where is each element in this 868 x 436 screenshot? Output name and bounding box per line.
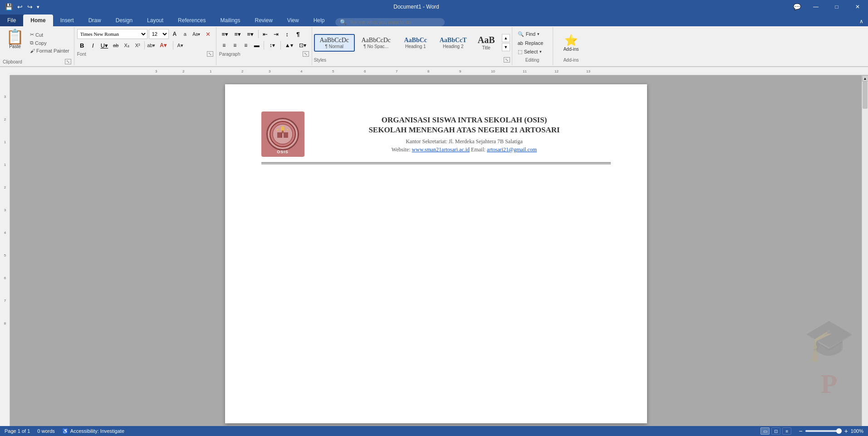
tab-design[interactable]: Design [108, 15, 140, 26]
sort-btn[interactable]: ↕ [282, 29, 292, 39]
zoom-in-btn[interactable]: + [844, 427, 848, 435]
zoom-out-btn[interactable]: − [799, 427, 802, 435]
style-title[interactable]: AaB Title [473, 33, 500, 53]
text-effects-btn[interactable]: A▾ [175, 40, 185, 50]
increase-indent-btn[interactable]: ⇥ [271, 29, 281, 39]
close-btn[interactable]: ✕ [847, 0, 868, 14]
style-heading1[interactable]: AaBbCc Heading 1 [397, 34, 434, 51]
superscript-btn[interactable]: X² [132, 40, 142, 50]
scrollbar-thumb[interactable] [863, 82, 868, 109]
align-left-btn[interactable]: ≡ [219, 40, 229, 50]
copy-button[interactable]: ⧉ Copy [28, 39, 71, 47]
style-normal[interactable]: AaBbCcDc ¶ Normal [314, 34, 355, 52]
style-heading2[interactable]: AaBbCcT Heading 2 [435, 34, 472, 51]
tab-review[interactable]: Review [248, 15, 280, 26]
tab-draw[interactable]: Draw [81, 15, 108, 26]
read-mode-btn[interactable]: ≡ [782, 427, 791, 435]
maximize-btn[interactable]: □ [826, 0, 847, 14]
tab-file[interactable]: File [0, 15, 23, 26]
tab-mailings[interactable]: Mailings [213, 15, 247, 26]
font-grow-btn[interactable]: A [170, 29, 179, 39]
numbering-btn[interactable]: ≡▾ [232, 29, 244, 39]
clear-formatting-btn[interactable]: ✕ [203, 29, 213, 39]
undo-qat-btn[interactable]: ↩ [16, 2, 24, 11]
svg-text:8: 8 [4, 321, 6, 325]
tab-references[interactable]: References [171, 15, 213, 26]
watermark: 🎓 P [804, 316, 854, 400]
text-highlight-btn[interactable]: ab▾ [147, 40, 158, 50]
redo-qat-btn[interactable]: ↪ [26, 2, 34, 11]
svg-text:3: 3 [4, 95, 6, 99]
strikethrough-btn[interactable]: ab [111, 40, 121, 50]
document-content[interactable] [261, 173, 611, 354]
styles-scroll-up-btn[interactable]: ▲ [502, 34, 510, 42]
chat-icon[interactable]: 💬 [789, 3, 805, 10]
view-buttons: ▭ ⊡ ≡ [760, 427, 791, 435]
line-spacing-btn[interactable]: ↕▾ [266, 40, 279, 50]
format-painter-button[interactable]: 🖌 Format Painter [28, 47, 71, 54]
svg-text:2: 2 [4, 185, 6, 189]
search-input[interactable] [349, 19, 440, 25]
tab-layout[interactable]: Layout [140, 15, 171, 26]
find-btn[interactable]: 🔍 Find▾ [516, 30, 549, 38]
svg-text:1: 1 [4, 140, 6, 144]
collapse-ribbon-btn[interactable]: ∧ [855, 16, 868, 26]
addins-group: ⭐ Add-ins Add-ins [553, 27, 589, 65]
style-no-spacing[interactable]: AaBbCcDc ¶ No Spac... [356, 34, 397, 51]
accessibility-status[interactable]: ♿ Accessibility: Investigate [62, 428, 124, 434]
italic-btn[interactable]: I [88, 40, 98, 50]
borders-btn[interactable]: ⊡▾ [296, 40, 309, 50]
clipboard-label: Clipboard ⤡ [3, 58, 71, 65]
paste-button[interactable]: 📋 Paste [3, 27, 27, 58]
paragraph-expand-icon[interactable]: ⤡ [303, 51, 309, 57]
svg-text:6: 6 [4, 276, 6, 280]
web-layout-btn[interactable]: ⊡ [771, 427, 780, 435]
minimize-btn[interactable]: — [805, 0, 826, 14]
styles-expand-icon[interactable]: ⤡ [504, 57, 510, 63]
email-link[interactable]: artosari21@gmail.com [487, 146, 537, 153]
format-painter-icon: 🖌 [30, 48, 35, 53]
clipboard-expand-icon[interactable]: ⤡ [65, 59, 71, 64]
font-color-btn[interactable]: A▾ [159, 40, 171, 50]
print-layout-btn[interactable]: ▭ [760, 427, 770, 435]
zoom-slider[interactable] [805, 430, 842, 432]
page-count: Page 1 of 1 [5, 428, 30, 434]
show-formatting-btn[interactable]: ¶ [293, 29, 303, 39]
replace-btn[interactable]: ab Replace [516, 39, 549, 47]
svg-text:8: 8 [427, 69, 430, 73]
org-logo: ★ ★ OSIS [261, 111, 304, 157]
save-qat-btn[interactable]: 💾 [4, 2, 14, 11]
align-center-btn[interactable]: ≡ [230, 40, 240, 50]
vertical-scrollbar[interactable]: ▲ ▼ [862, 75, 868, 432]
website-link[interactable]: www.sman21artosari.ac.id [412, 146, 470, 153]
ruler-svg: 3 2 1 2 3 4 5 6 7 8 9 10 11 12 13 [10, 67, 868, 75]
scrollbar-up-btn[interactable]: ▲ [862, 75, 868, 82]
styles-scroll-down-btn[interactable]: ▼ [502, 43, 510, 51]
select-btn[interactable]: ⬚ Select▾ [516, 48, 549, 56]
tab-view[interactable]: View [280, 15, 306, 26]
cut-button[interactable]: ✂ Cut [28, 31, 71, 39]
bold-btn[interactable]: B [77, 40, 87, 50]
font-expand-icon[interactable]: ⤡ [207, 51, 213, 57]
decrease-indent-btn[interactable]: ⇤ [260, 29, 270, 39]
svg-text:4: 4 [300, 69, 303, 73]
tab-help[interactable]: Help [306, 15, 332, 26]
customize-qat-btn[interactable]: ▾ [36, 3, 40, 11]
align-right-btn[interactable]: ≡ [241, 40, 251, 50]
multilevel-btn[interactable]: ≡▾ [245, 29, 256, 39]
font-name-select[interactable]: Times New Roman [77, 29, 147, 39]
underline-btn[interactable]: U▾ [99, 40, 110, 50]
zoom-thumb[interactable] [836, 428, 842, 434]
addins-btn[interactable]: ⭐ Add-ins [559, 32, 583, 54]
justify-btn[interactable]: ▬ [252, 40, 262, 50]
tab-home[interactable]: Home [23, 15, 53, 26]
shading-btn[interactable]: ▲▾ [283, 40, 295, 50]
page[interactable]: ★ ★ OSIS ORGANISASI SISWA INTRA SEKOLAH … [225, 84, 647, 423]
svg-text:1: 1 [4, 163, 6, 167]
bullets-btn[interactable]: ≡▾ [219, 29, 231, 39]
tab-insert[interactable]: Insert [53, 15, 81, 26]
font-size-select[interactable]: 12 [149, 29, 169, 39]
font-shrink-btn[interactable]: a [181, 29, 190, 39]
change-case-btn[interactable]: Aa▾ [191, 29, 202, 39]
subscript-btn[interactable]: X₂ [122, 40, 132, 50]
